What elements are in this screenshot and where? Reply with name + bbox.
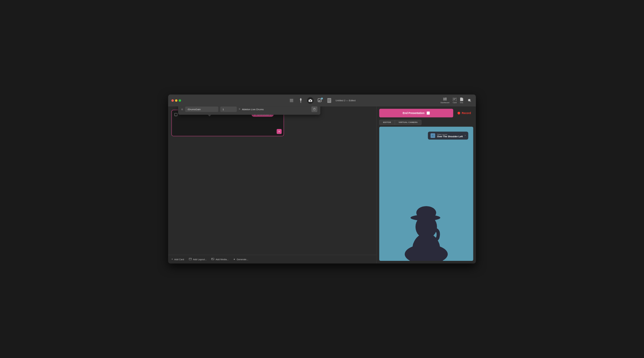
osc-link-icon: ⊛ [181,108,183,111]
svg-rect-11 [443,100,447,100]
slide-layout-value: Over The Shoulder Left [437,135,463,138]
svg-rect-15 [453,99,455,100]
svg-rect-0 [290,99,293,100]
svg-rect-14 [453,98,456,99]
svg-point-3 [310,100,311,101]
titlebar-right: Dashboard Card Doc [440,97,472,104]
generate-icon: ✦ [233,258,235,261]
traffic-lights [172,99,181,102]
svg-rect-28 [433,135,434,135]
virtual-camera-tab[interactable]: VIRTUAL CAMERA [395,120,422,125]
svg-rect-7 [328,100,330,100]
osc-name-icon: ≡ [239,108,240,111]
dashboard-nav-item[interactable]: Dashboard [440,97,449,103]
svg-rect-17 [313,108,315,110]
card-checkbox[interactable] [174,113,177,116]
sidebar-toggle-icon[interactable] [289,97,295,104]
svg-rect-9 [443,97,447,98]
svg-point-25 [416,206,436,219]
end-presentation-button[interactable]: End Presentation [379,109,453,118]
osc-path-input[interactable] [185,106,218,112]
edit-check-icon[interactable] [317,97,323,104]
editor-tab[interactable]: EDITOR [379,120,395,125]
stop-icon [427,111,430,114]
editor-tabs: EDITOR VIRTUAL CAMERA [377,120,476,127]
svg-rect-12 [444,97,444,98]
slide-layout-text: Slide Layout Over The Shoulder Left [437,133,463,138]
svg-rect-27 [432,135,433,136]
card-nav-item[interactable]: Card [453,97,457,103]
slide-layout-badge[interactable]: Slide Layout Over The Shoulder Left › [428,132,468,140]
svg-rect-18 [189,258,192,260]
doc-nav-item[interactable]: Doc [460,97,463,104]
minimize-button[interactable] [175,99,177,102]
pen-tool-icon[interactable] [298,97,304,104]
search-icon[interactable] [466,97,472,104]
camera-icon[interactable] [307,97,314,104]
main-window: Untitled 2 — Edited Dashboard Ca [168,95,476,263]
titlebar-center: Untitled 2 — Edited [289,97,355,104]
titlebar: Untitled 2 — Edited Dashboard Ca [168,95,476,106]
svg-point-16 [468,99,470,101]
svg-rect-29 [433,136,434,136]
svg-rect-10 [443,99,447,99]
chevron-down-icon: › [465,134,466,137]
document-icon[interactable] [326,97,332,104]
person-silhouette-icon [400,198,452,261]
osc-value-input[interactable] [220,106,237,112]
osc-name-text: Ableton Live Drums [242,108,263,111]
add-icon: + [172,258,173,261]
svg-rect-2 [290,102,293,102]
layout-icon [189,258,192,261]
end-presentation-label: End Presentation [403,111,424,114]
main-content: ⊛ ≡ Ableton Live Drums [168,106,476,263]
right-panel: End Presentation Record EDITOR VIRTUAL C… [377,106,476,263]
add-card-button[interactable]: + Add Card [172,258,184,261]
svg-rect-6 [328,99,331,100]
left-panel: ⊛ ≡ Ableton Live Drums [168,106,376,263]
svg-rect-8 [328,101,330,101]
add-layout-button[interactable]: Add Layout... [189,258,206,261]
check-badge [321,97,323,99]
add-button[interactable]: + [277,129,282,134]
window-title: Untitled 2 — Edited [335,99,355,102]
bottom-toolbar: + Add Card Add Layout... [168,255,376,263]
camera-preview: Slide Layout Over The Shoulder Left › [379,127,473,261]
osc-popup: ⊛ ≡ Ableton Live Drums [178,106,320,115]
card-area: ⊛ ≡ Ableton Live Drums [168,106,376,255]
close-button[interactable] [172,99,174,102]
delete-button[interactable] [312,106,318,112]
osc-name-area: ≡ Ableton Live Drums [239,108,309,111]
generate-button[interactable]: ✦ Generate... [233,258,248,261]
media-icon [211,258,214,261]
record-label: Record [462,111,471,114]
maximize-button[interactable] [179,99,181,102]
slide-layout-icon [430,133,435,138]
svg-rect-20 [212,258,214,260]
svg-rect-13 [453,97,456,101]
record-dot-icon [458,112,460,114]
add-media-button[interactable]: Add Media... [211,258,228,261]
svg-rect-1 [290,100,293,101]
record-button[interactable]: Record [455,111,473,114]
right-controls: End Presentation Record [377,106,476,120]
